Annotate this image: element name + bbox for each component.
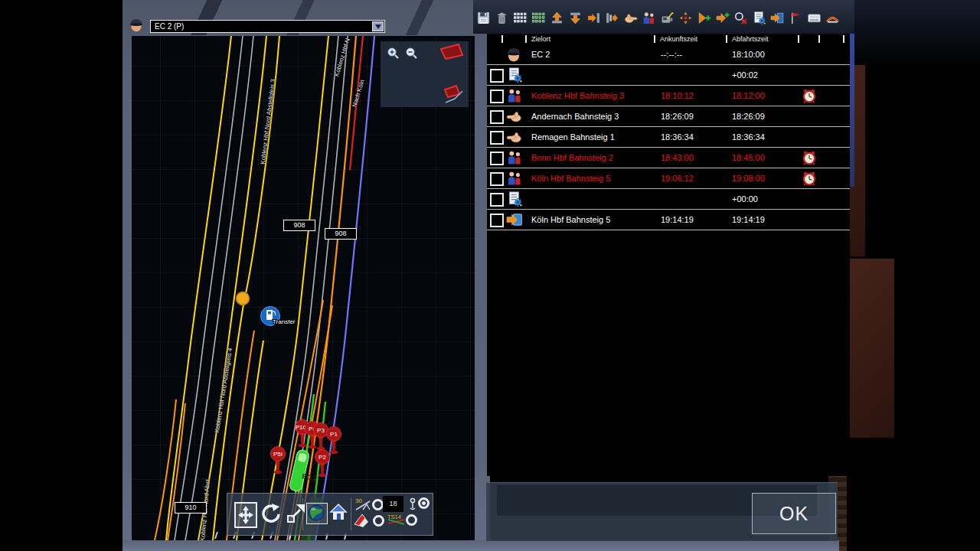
clear-search-icon[interactable] — [733, 8, 748, 27]
instructions-icon[interactable] — [752, 8, 766, 27]
hand-icon — [506, 107, 523, 129]
driver-avatar — [127, 15, 145, 34]
cell-ziel: Koblenz Hbf Bahnsteig 3 — [531, 86, 624, 106]
backdrop-bottom — [122, 540, 839, 551]
timetable-row[interactable]: Köln Hbf Bahnsteig 519:06:1219:08:00 — [487, 168, 850, 189]
column-zielort: Zielort — [531, 35, 550, 43]
cell-abf: 18:36:34 — [732, 127, 765, 147]
cell-ziel: Bonn Hbf Bahnsteig 2 — [531, 148, 613, 168]
background-sky — [845, 0, 980, 70]
add-service-icon[interactable] — [715, 8, 730, 27]
cell-ank: 19:14:19 — [661, 210, 694, 230]
grid-green-icon[interactable] — [531, 8, 546, 27]
timetable-row[interactable]: Remagen Bahnsteig 118:36:3418:36:34 — [487, 127, 850, 148]
cell-ziel: Köln Hbf Bahnsteig 5 — [531, 210, 610, 230]
insert-after-icon[interactable] — [605, 8, 619, 27]
waypoint-dot[interactable] — [237, 292, 250, 305]
row-checkbox[interactable] — [490, 131, 504, 145]
row-checkbox[interactable] — [490, 152, 504, 165]
cell-ank: 18:10:12 — [661, 86, 694, 106]
timetable-row[interactable]: +00:02 — [487, 65, 850, 86]
signal-label[interactable]: 910 — [175, 502, 207, 514]
counter-value[interactable]: 18 — [383, 496, 403, 512]
passengers-icon — [506, 169, 523, 191]
late-clock-icon — [801, 87, 818, 107]
main-toolbar — [476, 7, 853, 28]
timetable-row[interactable]: Köln Hbf Bahnsteig 519:14:1919:14:19 — [487, 210, 850, 230]
lower-icon[interactable] — [568, 8, 583, 27]
add-driver-icon[interactable] — [697, 8, 711, 27]
marker-radio[interactable] — [418, 497, 430, 509]
platform-marker[interactable]: P1 — [327, 427, 341, 455]
move-tool-button[interactable] — [286, 501, 307, 527]
timetable-header: Zielort Ankunftszeit Abfahrtszeit — [487, 34, 850, 44]
map-hud: 30 18 TS14 — [227, 493, 433, 536]
cell-ziel: EC 2 — [531, 44, 550, 64]
svg-text:30: 30 — [355, 497, 362, 504]
passengers-icon — [506, 86, 523, 108]
chevron-down-icon[interactable] — [372, 21, 384, 31]
insert-before-icon[interactable] — [586, 8, 601, 27]
cell-ank: 19:06:12 — [661, 168, 694, 188]
svg-text:TS14: TS14 — [387, 514, 401, 520]
go-to-icon[interactable] — [770, 8, 785, 27]
rotate-tool-button[interactable] — [260, 502, 282, 528]
row-checkbox[interactable] — [490, 193, 504, 207]
timetable-row[interactable]: +00:00 — [487, 189, 850, 210]
timetable-rows: EC 2--:--:--18:10:00+00:02Koblenz Hbf Ba… — [487, 44, 850, 230]
row-checkbox[interactable] — [490, 69, 504, 83]
save-icon[interactable] — [476, 8, 491, 27]
cell-ank: --:--:-- — [661, 44, 682, 64]
hud-divider — [351, 498, 351, 530]
timetable-row[interactable]: Bonn Hbf Bahnsteig 218:43:0018:45:00 — [487, 148, 850, 168]
delete-icon[interactable] — [495, 8, 509, 27]
world-view-button[interactable] — [306, 503, 328, 524]
signal-label[interactable]: 908 — [283, 220, 315, 231]
home-view-button[interactable] — [329, 503, 348, 526]
signal-label[interactable]: 908 — [325, 228, 357, 240]
service-selector[interactable]: EC 2 (P) — [150, 20, 385, 33]
passengers-icon[interactable] — [642, 8, 656, 27]
cell-ank: 18:26:09 — [661, 106, 694, 126]
cell-ank: 18:36:34 — [661, 127, 694, 147]
passengers-icon — [506, 148, 523, 170]
track-map[interactable]: EC 2 Transfer P104 P4 P3 — [132, 36, 475, 540]
transfer-label: Transfer — [273, 318, 296, 325]
compass-radio[interactable] — [373, 515, 384, 527]
row-checkbox[interactable] — [490, 172, 504, 186]
row-checkbox[interactable] — [490, 90, 504, 103]
row-checkbox[interactable] — [490, 214, 504, 227]
keypad-icon[interactable] — [807, 8, 822, 27]
svg-text:P1: P1 — [330, 431, 338, 438]
timetable-row[interactable]: Koblenz Hbf Bahnsteig 318:10:1218:12:00 — [487, 86, 850, 106]
row-checkbox[interactable] — [490, 110, 504, 124]
zoom-in-button[interactable] — [387, 47, 400, 60]
column-ankunftszeit: Ankunftszeit — [660, 35, 697, 43]
ok-button[interactable]: OK — [752, 493, 836, 534]
cell-ziel: Andernach Bahnsteig 3 — [531, 106, 619, 126]
pan-tool-button[interactable] — [234, 502, 257, 528]
hud-divider — [302, 498, 303, 530]
cell-abf: +00:00 — [732, 189, 758, 209]
svg-text:P2: P2 — [318, 454, 326, 461]
timetable-row[interactable]: Andernach Bahnsteig 318:26:0918:26:09 — [487, 106, 850, 127]
scatter-icon[interactable] — [678, 8, 693, 27]
gradient-radio[interactable] — [372, 499, 384, 510]
flag-icon[interactable] — [789, 8, 803, 27]
refuel-icon[interactable] — [660, 8, 675, 27]
destination-icon — [506, 210, 523, 232]
background-building — [845, 259, 894, 438]
timetable-row[interactable]: EC 2--:--:--18:10:00 — [487, 44, 850, 65]
raise-icon[interactable] — [550, 8, 564, 27]
waypoint-hand-icon[interactable] — [623, 8, 638, 27]
platform-marker[interactable]: P5I — [271, 447, 286, 474]
portal-icon[interactable] — [825, 8, 840, 27]
ts-marker-icon: TS14 — [386, 512, 407, 530]
train-ec2[interactable] — [289, 449, 310, 492]
late-clock-icon — [801, 170, 818, 190]
zoom-out-button[interactable] — [405, 47, 419, 60]
ts-marker-radio[interactable] — [406, 514, 417, 526]
dialog-panel: OK — [486, 482, 838, 541]
grid-white-icon[interactable] — [513, 8, 528, 27]
cell-abf: 19:08:00 — [732, 168, 765, 188]
